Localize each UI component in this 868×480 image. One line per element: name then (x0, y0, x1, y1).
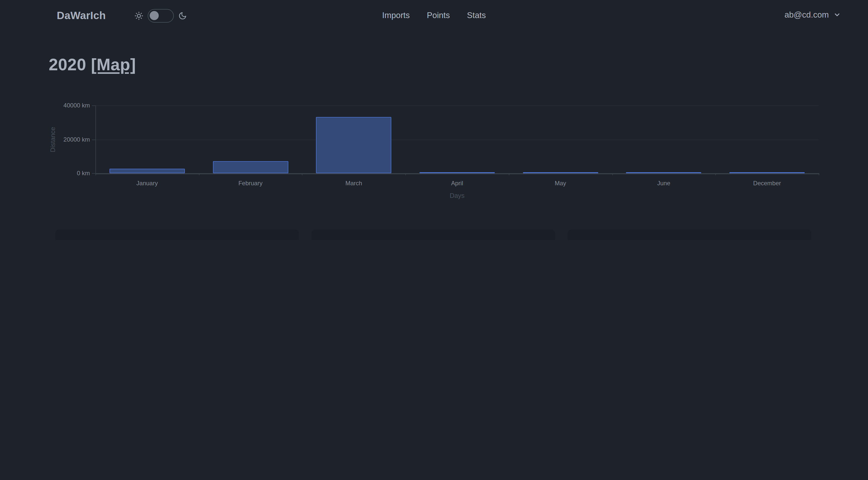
y-tick-label: 40000 km (49, 102, 90, 109)
month-card: March of 202033135km4 countries, 3 citie… (568, 229, 811, 240)
y-tick (92, 139, 95, 140)
x-tick-label: April (451, 180, 463, 187)
x-tick-label: June (657, 180, 670, 187)
x-tick-label: February (238, 180, 262, 187)
x-tick (199, 173, 199, 175)
page-title-year: 2020 (49, 55, 86, 74)
x-tick (819, 173, 819, 175)
bar-June (626, 172, 702, 173)
theme-switcher (135, 9, 187, 23)
x-tick-label: March (345, 180, 362, 187)
x-tick (95, 173, 96, 175)
y-tick (92, 105, 95, 106)
nav-item-points[interactable]: Points (427, 10, 450, 20)
y-axis-line (95, 105, 96, 173)
gridline (95, 139, 819, 140)
month-cards-grid: January of 20202767km1 countries, 3 citi… (55, 229, 811, 240)
map-link[interactable]: [Map] (91, 55, 136, 74)
app-window: DaWarIch Imports P (0, 0, 868, 240)
theme-toggle[interactable] (148, 9, 174, 23)
user-email: ab@cd.com (784, 10, 829, 20)
user-menu[interactable]: ab@cd.com (784, 10, 841, 20)
x-tick (509, 173, 509, 175)
y-tick (92, 173, 95, 174)
bar-February (213, 161, 288, 173)
x-tick-label: December (753, 180, 781, 187)
sun-icon (135, 11, 143, 20)
x-tick-label: May (555, 180, 566, 187)
x-tick (716, 173, 716, 175)
x-tick (405, 173, 406, 175)
moon-icon (178, 11, 187, 20)
month-card: February of 20207073km1 countries, 3 cit… (311, 229, 555, 240)
bar-April (420, 172, 495, 173)
bar-March (316, 117, 391, 173)
theme-toggle-knob (150, 11, 159, 20)
gridline (95, 173, 819, 174)
bar-January (110, 168, 185, 173)
app-logo: DaWarIch (57, 9, 106, 22)
gridline (95, 105, 819, 106)
year-distance-chart: 0 km20000 km40000 kmJanuaryFebruaryMarch… (49, 98, 830, 206)
nav-item-stats[interactable]: Stats (467, 10, 486, 20)
bar-December (730, 172, 805, 173)
chevron-down-icon (833, 11, 841, 19)
main-nav: Imports Points Stats (382, 10, 486, 20)
nav-item-imports[interactable]: Imports (382, 10, 410, 20)
x-tick (612, 173, 613, 175)
month-card: January of 20202767km1 countries, 3 citi… (55, 229, 299, 240)
page-title: 2020 [Map] (49, 55, 136, 74)
x-tick (302, 173, 303, 175)
x-tick-label: January (136, 180, 158, 187)
bar-May (523, 172, 598, 173)
x-axis-title: Days (450, 192, 464, 199)
y-axis-title: Distance (49, 127, 57, 152)
y-tick-label: 0 km (49, 170, 90, 177)
